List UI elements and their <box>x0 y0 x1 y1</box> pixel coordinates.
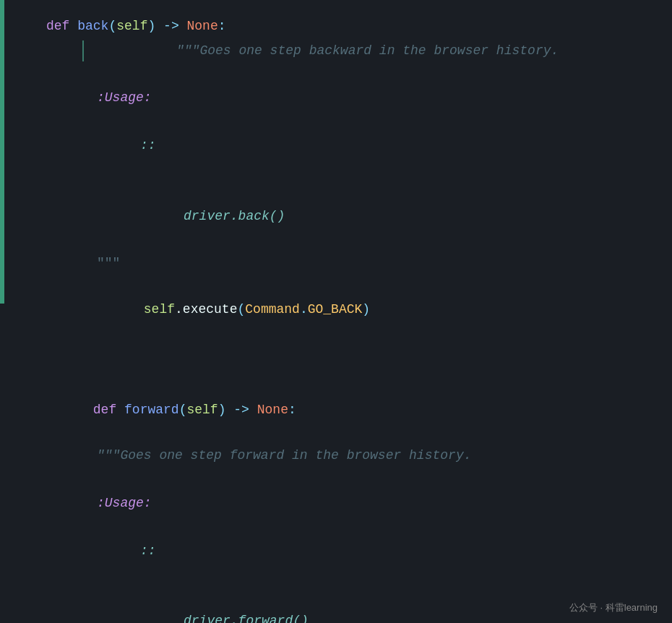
code-marker-forward: :: <box>0 539 672 564</box>
docstring-back-close: """ <box>0 252 672 276</box>
execute-back: self.execute(Command.GO_BACK) <box>0 276 672 343</box>
docstring-back-open: """Goes one step backward in the browser… <box>0 39 672 64</box>
def-back-line: def back(self) -> None: <box>0 14 672 39</box>
fn-back: back <box>77 16 108 38</box>
blank-fwd-3 <box>0 563 672 586</box>
keyword-def: def <box>46 16 77 38</box>
code-container: def back(self) -> None: """Goes one step… <box>0 0 672 623</box>
docstring-forward-open: """Goes one step forward in the browser … <box>0 444 672 468</box>
blank-fwd-1 <box>0 468 672 491</box>
blank-between-2 <box>0 369 672 377</box>
watermark: 公众号 · 科雷learning <box>569 601 658 614</box>
code-marker-back: :: <box>0 134 672 158</box>
blank-between-1 <box>0 343 672 369</box>
usage-back: :Usage: <box>0 86 672 111</box>
blank-line-2 <box>0 111 672 134</box>
blank-line-3 <box>0 158 672 181</box>
blank-line-1 <box>0 63 672 86</box>
blank-fwd-2 <box>0 516 672 539</box>
driver-back-call: driver.back() <box>0 205 672 229</box>
def-forward-line: def forward(self) -> None: <box>0 377 672 444</box>
blank-line-4 <box>0 181 672 205</box>
usage-forward: :Usage: <box>0 491 672 516</box>
blank-line-5 <box>0 228 672 252</box>
